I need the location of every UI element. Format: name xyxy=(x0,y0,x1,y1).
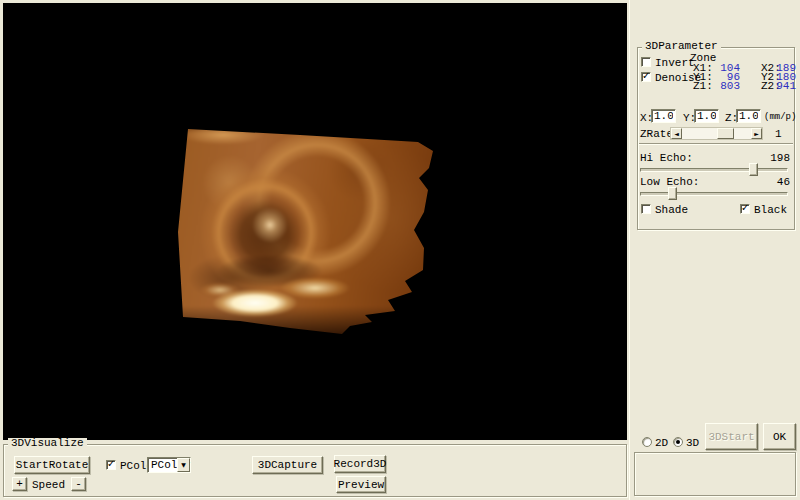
dropdown-button[interactable]: ▼ xyxy=(177,458,190,472)
radio-circle[interactable] xyxy=(642,437,652,447)
record3d-button[interactable]: Record3D xyxy=(334,455,386,473)
hi-echo-slider-thumb[interactable] xyxy=(749,163,758,176)
parameter-groupbox: 3DParameter Invert ✓ Denoise Zone X1: 10… xyxy=(637,47,795,230)
black-checkbox[interactable]: ✓ Black xyxy=(740,204,800,215)
3dcapture-button[interactable]: 3DCapture xyxy=(252,456,323,474)
scale-unit-label: (mm/p) xyxy=(764,112,796,122)
hi-echo-value: 198 xyxy=(746,153,790,163)
checkbox-box[interactable]: ✓ xyxy=(106,460,116,470)
mode-3d-label: 3D xyxy=(686,438,699,448)
radio-circle[interactable] xyxy=(673,437,683,447)
preview-button[interactable]: Preview xyxy=(336,476,386,493)
dropdown-arrow-icon: ▼ xyxy=(181,462,186,468)
checkbox-box[interactable]: ✓ xyxy=(740,204,750,214)
speed-minus-button[interactable]: - xyxy=(71,477,86,491)
groupbox-title: 3DVisualize xyxy=(8,438,87,449)
speed-label: Speed xyxy=(32,480,65,490)
checkmark-icon: ✓ xyxy=(642,70,650,81)
radio-dot xyxy=(676,440,680,444)
low-echo-value: 46 xyxy=(746,177,790,187)
hi-echo-slider-track[interactable] xyxy=(640,168,788,172)
scroll-left-icon: ◄ xyxy=(674,131,679,137)
zone-z1-value: 803 xyxy=(714,81,740,91)
visualize-groupbox: 3DVisualize StartRotate + Speed - ✓ PCol… xyxy=(3,444,627,497)
3dstart-button[interactable]: 3DStart xyxy=(705,423,758,450)
groupbox-title: 3DParameter xyxy=(642,41,721,52)
ultrasound-3d-render[interactable] xyxy=(175,108,437,338)
mode-3d-radio[interactable]: 3D xyxy=(673,436,701,447)
black-label: Black xyxy=(754,205,787,215)
shade-label: Shade xyxy=(655,205,688,215)
checkbox-box[interactable]: ✓ xyxy=(641,72,651,82)
pcolor-dropdown[interactable]: PColor ▼ xyxy=(147,457,191,473)
low-echo-slider-track[interactable] xyxy=(640,192,788,196)
separator-line xyxy=(639,143,793,144)
pcolor-checkbox[interactable]: ✓ PColor xyxy=(106,460,151,471)
parameter-panel: 3DParameter Invert ✓ Denoise Zone X1: 10… xyxy=(629,0,800,500)
zrate-scrollbar[interactable]: ◄ ► xyxy=(670,127,763,140)
z-scale-input[interactable] xyxy=(736,109,761,123)
scroll-right-icon: ► xyxy=(754,131,759,137)
low-echo-slider-thumb[interactable] xyxy=(668,187,677,200)
zrate-scroll-left-button[interactable]: ◄ xyxy=(671,128,682,139)
zone-z2-value: 941 xyxy=(774,81,796,91)
mode-2d-radio[interactable]: 2D xyxy=(642,436,670,447)
checkmark-icon: ✓ xyxy=(107,458,115,469)
zrate-value: 1 xyxy=(775,129,782,139)
zrate-scroll-thumb[interactable] xyxy=(717,128,734,139)
render-viewport[interactable] xyxy=(3,3,627,440)
hi-echo-label: Hi Echo: xyxy=(640,153,693,163)
invert-label: Invert xyxy=(655,58,695,68)
start-rotate-button[interactable]: StartRotate xyxy=(14,456,90,474)
shade-checkbox[interactable]: Shade xyxy=(641,204,701,215)
speed-plus-button[interactable]: + xyxy=(12,477,27,491)
ok-button[interactable]: OK xyxy=(763,423,796,450)
checkmark-icon: ✓ xyxy=(741,202,749,213)
zrate-label: ZRate xyxy=(640,129,673,139)
x-scale-input[interactable] xyxy=(651,109,676,123)
y-scale-input[interactable] xyxy=(694,109,719,123)
zrate-scroll-right-button[interactable]: ► xyxy=(751,128,762,139)
checkbox-box[interactable] xyxy=(641,204,651,214)
checkbox-box[interactable] xyxy=(641,57,651,67)
low-echo-label: Low Echo: xyxy=(640,177,699,187)
mode-2d-label: 2D xyxy=(655,438,668,448)
zone-z1-label: Z1: xyxy=(693,81,713,91)
bottom-right-frame xyxy=(634,452,796,496)
